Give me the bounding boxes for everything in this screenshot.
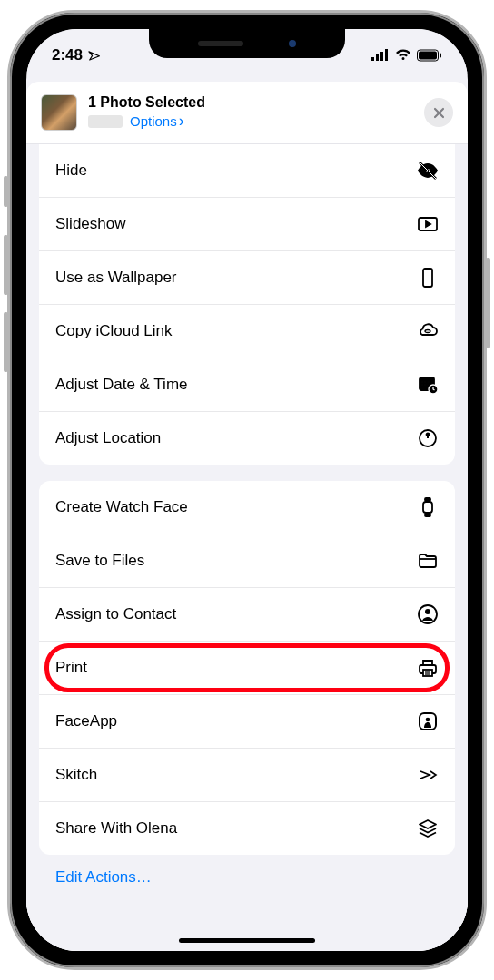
calendar-clock-icon [415, 372, 440, 397]
adjust-date-row[interactable]: Adjust Date & Time [39, 358, 455, 411]
battery-icon [417, 49, 442, 62]
adjust-location-row[interactable]: Adjust Location [39, 411, 455, 465]
faceapp-icon [415, 709, 440, 734]
location-arrow-icon [84, 46, 102, 64]
status-icons [371, 49, 442, 62]
signal-icon [371, 49, 390, 62]
notch [149, 29, 345, 58]
close-icon [433, 107, 445, 119]
stack-icon [415, 816, 440, 841]
cloud-link-icon [415, 318, 440, 344]
assign-contact-row[interactable]: Assign to Contact [39, 587, 455, 641]
close-button[interactable] [424, 98, 453, 127]
svg-rect-0 [371, 57, 374, 61]
save-files-row[interactable]: Save to Files [39, 534, 455, 587]
svg-rect-23 [425, 498, 430, 501]
skitch-icon [415, 762, 440, 788]
svg-rect-2 [380, 52, 383, 61]
svg-rect-6 [440, 54, 441, 58]
watch-icon [415, 495, 440, 520]
chevron-right-icon: › [179, 112, 184, 131]
svg-rect-22 [423, 502, 432, 513]
sheet-header: 1 Photo Selected Options › [26, 82, 468, 144]
edit-actions-link[interactable]: Edit Actions… [39, 855, 455, 900]
svg-rect-5 [419, 52, 437, 60]
map-pin-icon [415, 426, 440, 451]
sheet-title: 1 Photo Selected [88, 94, 424, 111]
faceapp-row[interactable]: FaceApp [39, 694, 455, 748]
svg-rect-11 [423, 269, 432, 287]
svg-point-21 [427, 434, 430, 436]
icloud-link-row[interactable]: Copy iCloud Link [39, 304, 455, 358]
photo-thumbnail[interactable] [41, 94, 77, 131]
svg-rect-1 [376, 54, 379, 61]
svg-point-27 [425, 609, 430, 614]
hide-row[interactable]: Hide [39, 144, 455, 197]
phone-frame: 2:48 1 Photo Selected Options › [7, 10, 487, 970]
blurred-text [88, 115, 123, 128]
svg-point-32 [426, 718, 430, 722]
watch-face-row[interactable]: Create Watch Face [39, 481, 455, 534]
slideshow-row[interactable]: Slideshow [39, 197, 455, 250]
share-sheet: 1 Photo Selected Options › Hide [26, 82, 468, 951]
wifi-icon [395, 49, 411, 62]
wallpaper-row[interactable]: Use as Wallpaper [39, 250, 455, 304]
play-rect-icon [415, 211, 440, 237]
svg-rect-3 [385, 49, 388, 61]
skitch-row[interactable]: Skitch [39, 748, 455, 801]
svg-rect-16 [428, 381, 430, 383]
svg-rect-19 [424, 384, 426, 386]
svg-rect-18 [421, 384, 423, 386]
print-row[interactable]: Print [39, 641, 455, 694]
options-link[interactable]: Options › [88, 112, 424, 131]
share-olena-row[interactable]: Share With Olena [39, 801, 455, 855]
screen: 2:48 1 Photo Selected Options › [26, 29, 468, 951]
svg-rect-24 [425, 514, 430, 516]
action-group-1: Hide Slideshow Use as Wallpaper [39, 144, 455, 465]
sheet-body[interactable]: Hide Slideshow Use as Wallpaper [26, 144, 468, 951]
phone-icon [415, 265, 440, 290]
status-time: 2:48 [52, 46, 83, 64]
action-group-2: Create Watch Face Save to Files Assign t… [39, 481, 455, 855]
home-indicator[interactable] [179, 938, 315, 943]
printer-icon [415, 655, 440, 681]
svg-rect-15 [424, 381, 426, 383]
person-circle-icon [415, 602, 440, 627]
eye-slash-icon [415, 158, 440, 183]
svg-point-12 [425, 330, 430, 333]
svg-rect-17 [421, 381, 423, 383]
folder-icon [415, 548, 440, 573]
